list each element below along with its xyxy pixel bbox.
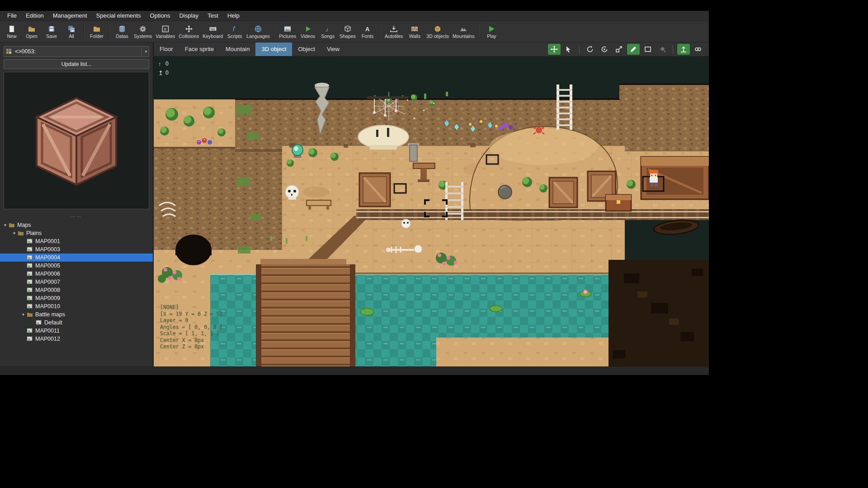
tree-item-plains[interactable]: ▼ Plains bbox=[0, 229, 153, 237]
translate-tool-button[interactable] bbox=[548, 44, 561, 55]
tab-floor[interactable]: Floor bbox=[154, 42, 179, 56]
panel-splitter[interactable]: …… bbox=[0, 209, 153, 221]
menu-management[interactable]: Management bbox=[48, 11, 92, 21]
main-toolbar: New Open Save All Folder Datas Systems bbox=[0, 21, 709, 42]
toolbar-3d-objects-button[interactable]: 3D objects bbox=[425, 24, 451, 39]
overlay-line: [X = 19 Y = 0 Z = 5] bbox=[160, 311, 222, 318]
toolbar-save-all-button[interactable]: All bbox=[61, 24, 81, 39]
toolbar-languages-button[interactable]: Languages bbox=[245, 24, 272, 39]
raise-height-control[interactable]: ↑ 0 bbox=[158, 59, 169, 68]
map-icon bbox=[27, 255, 33, 260]
toolbar-mountains-button[interactable]: Mountains bbox=[451, 24, 476, 39]
tree-item-map0010[interactable]: MAP0010 bbox=[0, 302, 153, 310]
cursor-info-overlay: [NONE] [X = 19 Y = 0 Z = 5] Layer = 0 An… bbox=[160, 304, 222, 350]
toolbar-datas-button[interactable]: Datas bbox=[112, 24, 132, 39]
menu-display[interactable]: Display bbox=[175, 11, 203, 21]
tree-item-map0012[interactable]: MAP0012 bbox=[0, 335, 153, 343]
menu-bar: File Edition Management Special elements… bbox=[0, 11, 709, 21]
tab-object[interactable]: Object bbox=[292, 42, 321, 56]
rotate-free-tool-button[interactable] bbox=[598, 44, 611, 55]
svg-text:♪: ♪ bbox=[326, 26, 329, 33]
stone-pillar bbox=[408, 143, 419, 161]
map-icon bbox=[27, 279, 33, 285]
toolbar-collisions-button[interactable]: Collisions bbox=[177, 24, 201, 39]
screen: File Edition Management Special elements… bbox=[0, 0, 868, 488]
toolbar-play-button[interactable]: Play bbox=[481, 24, 501, 39]
tree-item-map0003[interactable]: MAP0003 bbox=[0, 245, 153, 253]
map-icon bbox=[36, 320, 42, 325]
overlay-line: Angles = [ 0, 0, 0 ] bbox=[160, 324, 222, 331]
texture-select[interactable]: <>0053: ▾ bbox=[4, 46, 149, 57]
toolbar-new-button[interactable]: New bbox=[2, 24, 22, 39]
folder-icon bbox=[9, 222, 15, 228]
menu-file[interactable]: File bbox=[3, 11, 21, 21]
cave-entrance bbox=[175, 235, 212, 265]
tree-item-battle-maps[interactable]: ▼ Battle maps bbox=[0, 310, 153, 319]
variables-icon: x bbox=[161, 25, 170, 33]
toolbar-fonts-button[interactable]: A Fonts bbox=[358, 24, 377, 39]
map-3d-viewport[interactable]: ↑ 0 ↥ 0 [NONE] [X = 19 Y = 0 Z = 5] Laye… bbox=[154, 56, 709, 366]
toolbar-scripts-button[interactable]: f Scripts bbox=[225, 24, 245, 39]
move-cursor-icon bbox=[565, 45, 573, 53]
menu-test[interactable]: Test bbox=[203, 11, 223, 21]
toolbar-videos-button[interactable]: Videos bbox=[298, 24, 318, 39]
app-window: File Edition Management Special elements… bbox=[0, 11, 709, 375]
expand-arrow-icon[interactable]: ▼ bbox=[2, 223, 9, 227]
object-3d-preview[interactable] bbox=[4, 72, 149, 209]
toolbar-folder-button[interactable]: Folder bbox=[87, 24, 107, 39]
tree-item-map0005[interactable]: MAP0005 bbox=[0, 262, 153, 270]
expand-arrow-icon[interactable]: ▼ bbox=[20, 313, 27, 317]
tree-item-default[interactable]: Default bbox=[0, 319, 153, 327]
tree-item-map0008[interactable]: MAP0008 bbox=[0, 286, 153, 294]
systems-icon bbox=[139, 25, 147, 33]
menu-options[interactable]: Options bbox=[146, 11, 175, 21]
map-icon bbox=[27, 304, 33, 309]
tab-3d-object[interactable]: 3D object bbox=[255, 42, 292, 56]
tree-item-map0011[interactable]: MAP0011 bbox=[0, 327, 153, 335]
toolbar-shapes-button[interactable]: Shapes bbox=[338, 24, 358, 39]
menu-help[interactable]: Help bbox=[223, 11, 244, 21]
rectangle-tool-button[interactable] bbox=[642, 44, 654, 55]
tree-item-map0006[interactable]: MAP0006 bbox=[0, 270, 153, 278]
tree-item-maps[interactable]: ▼ Maps bbox=[0, 221, 153, 229]
toolbar-save-button[interactable]: Save bbox=[42, 24, 61, 39]
tab-view[interactable]: View bbox=[321, 42, 345, 56]
height-tool-button[interactable] bbox=[677, 44, 690, 55]
tool-separator bbox=[673, 45, 673, 53]
toolbar-systems-button[interactable]: Systems bbox=[132, 24, 154, 39]
menu-edition[interactable]: Edition bbox=[21, 11, 48, 21]
bottom-sand-strip bbox=[436, 338, 609, 366]
crate-preview-render bbox=[9, 73, 144, 208]
overlay-line: Center X = 8px bbox=[160, 337, 222, 344]
objects-3d-icon bbox=[434, 25, 442, 33]
tree-item-map0007[interactable]: MAP0007 bbox=[0, 278, 153, 286]
update-list-button[interactable]: Update list... bbox=[4, 59, 149, 69]
tree-item-map0001[interactable]: MAP0001 bbox=[0, 237, 153, 245]
toolbar-keyboard-button[interactable]: Keyboard bbox=[201, 24, 225, 39]
folder-icon bbox=[18, 230, 24, 236]
rotate-tool-button[interactable] bbox=[584, 44, 596, 55]
pencil-tool-button[interactable] bbox=[627, 44, 640, 55]
raise-layer-control[interactable]: ↥ 0 bbox=[158, 68, 169, 77]
songs-icon: ♪ bbox=[324, 25, 332, 33]
toolbar-autotiles-button[interactable]: Autotiles bbox=[383, 24, 405, 39]
scale-tool-button[interactable] bbox=[613, 44, 625, 55]
toolbar-variables-button[interactable]: x Variables bbox=[154, 24, 177, 39]
svg-text:x: x bbox=[163, 26, 166, 32]
paint-bucket-tool-button[interactable] bbox=[656, 44, 669, 55]
tab-face-sprite[interactable]: Face sprite bbox=[179, 42, 220, 56]
overlay-line: Layer = 0 bbox=[160, 317, 222, 324]
play-icon bbox=[487, 25, 495, 33]
move-cursor-tool-button[interactable] bbox=[562, 44, 575, 55]
keyboard-icon bbox=[209, 25, 217, 33]
toolbar-songs-button[interactable]: ♪ Songs bbox=[318, 24, 338, 39]
link-tool-button[interactable] bbox=[692, 44, 704, 55]
tree-item-map0009[interactable]: MAP0009 bbox=[0, 294, 153, 302]
tree-item-map0004[interactable]: MAP0004 bbox=[0, 253, 153, 262]
toolbar-pictures-button[interactable]: Pictures bbox=[277, 24, 298, 39]
tab-mountain[interactable]: Mountain bbox=[220, 42, 255, 56]
toolbar-walls-button[interactable]: Walls bbox=[405, 24, 425, 39]
expand-arrow-icon[interactable]: ▼ bbox=[11, 231, 18, 235]
menu-special-elements[interactable]: Special elements bbox=[92, 11, 146, 21]
toolbar-open-button[interactable]: Open bbox=[22, 24, 42, 39]
